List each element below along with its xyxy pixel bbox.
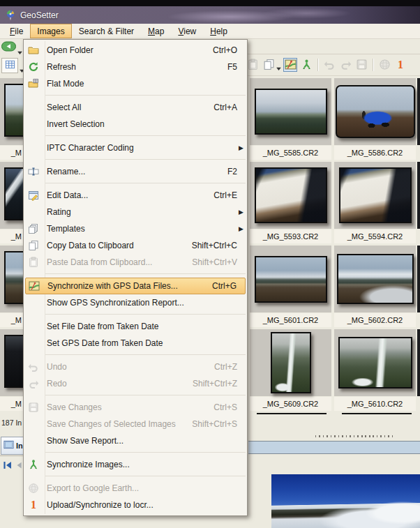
menu-item-synchronize-images[interactable]: Synchronize Images... — [24, 456, 247, 473]
selection-band[interactable] — [248, 441, 420, 454]
thumbnail-photo — [339, 167, 412, 223]
menubar-item-images[interactable]: Images — [30, 24, 71, 38]
menu-item-edit-data[interactable]: Edit Data...Ctrl+E — [24, 187, 247, 204]
thumbnail-item[interactable]: _MG_5610.CR2 — [334, 329, 416, 412]
image-preview[interactable] — [271, 474, 420, 528]
menu-item-select-all[interactable]: Select AllCtrl+A — [24, 99, 247, 116]
menu-item-rating[interactable]: Rating▶ — [24, 204, 247, 220]
thumbnail-photo-area — [250, 246, 331, 312]
thumbnail-photo-cut — [342, 413, 412, 414]
menu-item-iptc-character-coding[interactable]: IPTC Character Coding▶ — [24, 139, 247, 156]
menu-item-refresh[interactable]: RefreshF5 — [24, 59, 247, 75]
menubar-item-label: View — [178, 27, 196, 36]
thumbnail-photo — [4, 84, 25, 137]
thumbnail-filename: _M — [0, 397, 23, 411]
thumbnail-filename: _MG_5593.CR2 — [250, 229, 331, 243]
thumbnail-photo-area — [334, 329, 416, 396]
menu-separator — [24, 156, 247, 163]
thumbnail-photo — [338, 337, 412, 389]
thumbnail-photo-area — [334, 246, 416, 312]
menu-item-spacer — [27, 435, 40, 447]
geosetter-window: GeoSetter FileImagesSearch & FilterMapVi… — [0, 0, 420, 528]
menu-separator — [24, 133, 247, 139]
view-mode-button[interactable] — [1, 58, 18, 73]
geosetter-logo-icon — [5, 10, 16, 21]
menu-item-templates[interactable]: Templates▶ — [24, 220, 247, 237]
globe-icon — [27, 482, 40, 495]
menu-item-spacer — [27, 296, 40, 309]
menu-separator — [24, 473, 247, 480]
thumbnail-item-left[interactable]: _M — [0, 78, 23, 160]
menu-item-label: Save Changes — [47, 402, 102, 412]
menubar-item-file[interactable]: File — [3, 24, 30, 38]
edit-data-icon — [27, 189, 40, 202]
thumbnail-item[interactable]: _MG_5586.CR2 — [334, 78, 416, 160]
copy-icon — [27, 239, 40, 252]
menu-item-show-gps-synchronization-report[interactable]: Show GPS Synchronization Report... — [24, 294, 247, 311]
menubar-item-view[interactable]: View — [171, 24, 203, 38]
thumbnail-photo-area — [0, 78, 23, 145]
thumbnail-photo-area — [250, 162, 331, 229]
menu-item-label: Paste Data from Clipboard... — [47, 257, 152, 267]
menu-item-label: Save Changes of Selected Images — [47, 419, 176, 429]
menu-item-shortcut: Ctrl+A — [213, 103, 237, 112]
back-dropdown-caret-icon[interactable] — [17, 45, 22, 57]
thumbnail-photo-area — [250, 329, 331, 396]
thumbnail-item[interactable]: _MG_5602.CR2 — [334, 246, 416, 328]
menu-item-label: Export to Google Earth... — [47, 483, 139, 493]
thumbnail-item-left[interactable]: _M — [0, 162, 23, 244]
back-button[interactable] — [1, 41, 16, 52]
toolbar-redo-icon — [338, 58, 352, 72]
menu-item-label: Copy Data to Clipboard — [47, 241, 134, 250]
menu-item-export-to-google-earth: Export to Google Earth... — [24, 480, 247, 497]
thumbnail-item[interactable]: _MG_5593.CR2 — [250, 162, 331, 244]
menubar-item-search-filter[interactable]: Search & Filter — [72, 24, 141, 38]
locr-icon: 1 — [27, 499, 40, 511]
menu-item-spacer — [27, 206, 40, 218]
menubar-item-map[interactable]: Map — [141, 24, 171, 38]
toolbar-divider — [237, 75, 420, 76]
menu-item-label: Upload/Synchronize to locr... — [47, 500, 153, 510]
submenu-arrow-icon: ▶ — [239, 225, 243, 232]
menu-item-shortcut: Shift+Ctrl+Z — [193, 379, 237, 389]
menu-item-label: Templates — [47, 224, 85, 234]
menu-item-show-save-report[interactable]: Show Save Report... — [24, 432, 247, 449]
menu-item-set-file-date-from-taken-date[interactable]: Set File Date from Taken Date — [24, 318, 247, 335]
thumbnail-photo-area — [0, 329, 23, 396]
thumbnail-item[interactable]: _MG_5601.CR2 — [250, 246, 331, 328]
menubar-item-help[interactable]: Help — [203, 24, 234, 38]
thumbnail-item[interactable]: _MG_5594.CR2 — [334, 162, 416, 244]
toolbar-locr-icon[interactable]: 1 — [393, 58, 407, 72]
thumbnail-item-left[interactable]: _M — [0, 329, 23, 412]
thumbnail-item[interactable]: _MG_5609.CR2 — [250, 329, 331, 412]
thumbnail-filename: _MG_5586.CR2 — [334, 146, 416, 160]
menu-item-invert-selection[interactable]: Invert Selection — [24, 116, 247, 133]
toolbar-gps-map-icon[interactable] — [283, 58, 297, 72]
menu-item-copy-data-to-clipboard[interactable]: Copy Data to ClipboardShift+Ctrl+C — [24, 237, 247, 254]
caret-down-icon[interactable] — [276, 61, 281, 73]
toolbar-copy-icon[interactable] — [262, 58, 276, 72]
title-bar[interactable]: GeoSetter — [0, 6, 420, 24]
menu-item-set-gps-date-from-taken-date[interactable]: Set GPS Date from Taken Date — [24, 335, 247, 352]
menu-separator — [24, 92, 247, 99]
menu-item-rename[interactable]: Rename...F2 — [24, 163, 247, 180]
menubar-item-label: Map — [148, 27, 164, 36]
thumbnail-item-left[interactable]: _M — [0, 246, 23, 328]
menu-item-open-folder[interactable]: Open FolderCtrl+O — [24, 42, 247, 59]
menu-separator — [24, 352, 247, 359]
toolbar-undo-icon — [322, 58, 336, 72]
menu-item-spacer — [27, 142, 40, 154]
menu-item-flat-mode[interactable]: Flat Mode — [24, 75, 247, 92]
menu-item-synchronize-with-gps-data-files[interactable]: Synchronize with GPS Data Files...Ctrl+G — [25, 278, 246, 294]
rename-icon — [27, 165, 40, 178]
menu-item-label: Synchronize Images... — [47, 460, 130, 469]
menu-item-upload-synchronize-to-locr[interactable]: 1Upload/Synchronize to locr... — [24, 497, 247, 513]
splitter-handle[interactable] — [315, 435, 393, 437]
undo-icon — [27, 361, 40, 373]
thumbnail-photo — [271, 332, 311, 393]
thumbnail-item[interactable]: _MG_5585.CR2 — [250, 78, 331, 160]
toolbar-sync-images-icon[interactable] — [299, 58, 313, 72]
skip-first-button[interactable] — [2, 460, 13, 471]
menu-item-label: Undo — [47, 362, 67, 372]
menu-item-shortcut: Ctrl+G — [212, 281, 237, 291]
